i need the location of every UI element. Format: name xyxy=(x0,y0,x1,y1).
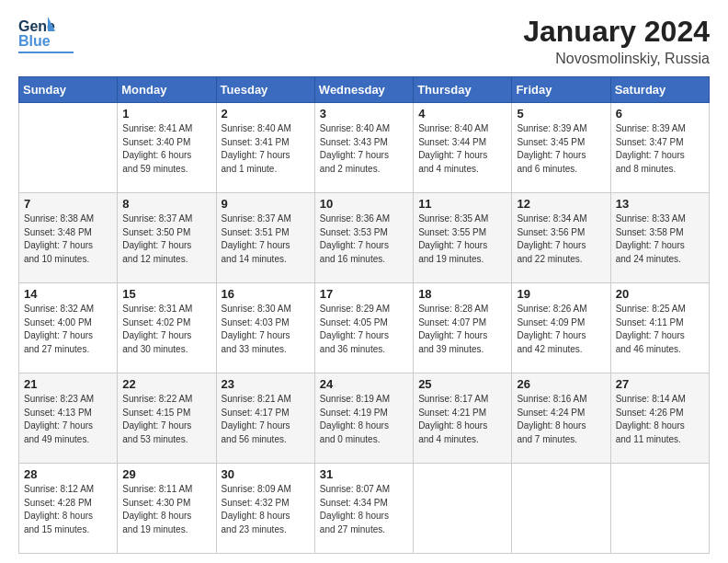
calendar-cell: 19Sunrise: 8:26 AM Sunset: 4:09 PM Dayli… xyxy=(512,283,610,373)
calendar-cell: 11Sunrise: 8:35 AM Sunset: 3:55 PM Dayli… xyxy=(414,193,512,283)
calendar-week-1: 1Sunrise: 8:41 AM Sunset: 3:40 PM Daylig… xyxy=(19,103,710,193)
day-number: 19 xyxy=(517,287,605,301)
day-info: Sunrise: 8:37 AM Sunset: 3:51 PM Dayligh… xyxy=(222,213,310,266)
calendar-cell: 6Sunrise: 8:39 AM Sunset: 3:47 PM Daylig… xyxy=(610,103,709,193)
weekday-header-tuesday: Tuesday xyxy=(216,77,314,103)
calendar-cell: 3Sunrise: 8:40 AM Sunset: 3:43 PM Daylig… xyxy=(314,103,413,193)
calendar-cell: 27Sunrise: 8:14 AM Sunset: 4:26 PM Dayli… xyxy=(610,373,709,464)
calendar-cell xyxy=(19,103,118,193)
svg-text:Blue: Blue xyxy=(18,33,51,49)
calendar-week-2: 7Sunrise: 8:38 AM Sunset: 3:48 PM Daylig… xyxy=(19,193,710,283)
day-number: 9 xyxy=(222,197,310,211)
calendar-cell: 15Sunrise: 8:31 AM Sunset: 4:02 PM Dayli… xyxy=(118,283,216,373)
day-number: 16 xyxy=(222,287,310,301)
day-info: Sunrise: 8:11 AM Sunset: 4:30 PM Dayligh… xyxy=(122,483,210,536)
day-number: 14 xyxy=(24,287,112,301)
day-number: 17 xyxy=(320,287,408,301)
header: General Blue January 2024 Novosmolinskiy… xyxy=(18,15,710,67)
day-number: 21 xyxy=(24,377,112,391)
day-info: Sunrise: 8:16 AM Sunset: 4:24 PM Dayligh… xyxy=(517,393,605,446)
day-info: Sunrise: 8:17 AM Sunset: 4:21 PM Dayligh… xyxy=(418,393,506,446)
calendar-cell: 28Sunrise: 8:12 AM Sunset: 4:28 PM Dayli… xyxy=(19,464,118,554)
calendar-cell: 24Sunrise: 8:19 AM Sunset: 4:19 PM Dayli… xyxy=(314,373,413,464)
day-info: Sunrise: 8:34 AM Sunset: 3:56 PM Dayligh… xyxy=(517,213,605,266)
day-info: Sunrise: 8:39 AM Sunset: 3:45 PM Dayligh… xyxy=(517,122,605,176)
day-info: Sunrise: 8:29 AM Sunset: 4:05 PM Dayligh… xyxy=(320,303,408,356)
day-info: Sunrise: 8:38 AM Sunset: 3:48 PM Dayligh… xyxy=(24,213,112,266)
day-number: 27 xyxy=(616,377,704,391)
calendar-cell: 22Sunrise: 8:22 AM Sunset: 4:15 PM Dayli… xyxy=(118,373,216,464)
main-title: January 2024 xyxy=(523,15,710,49)
calendar-cell: 20Sunrise: 8:25 AM Sunset: 4:11 PM Dayli… xyxy=(610,283,709,373)
day-info: Sunrise: 8:30 AM Sunset: 4:03 PM Dayligh… xyxy=(222,303,310,356)
weekday-header-friday: Friday xyxy=(512,77,610,103)
calendar-week-3: 14Sunrise: 8:32 AM Sunset: 4:00 PM Dayli… xyxy=(19,283,710,373)
day-info: Sunrise: 8:31 AM Sunset: 4:02 PM Dayligh… xyxy=(122,303,210,356)
day-number: 15 xyxy=(122,287,210,301)
day-info: Sunrise: 8:40 AM Sunset: 3:41 PM Dayligh… xyxy=(222,122,310,176)
calendar-cell: 12Sunrise: 8:34 AM Sunset: 3:56 PM Dayli… xyxy=(512,193,610,283)
title-block: January 2024 Novosmolinskiy, Russia xyxy=(523,15,710,67)
calendar-cell: 14Sunrise: 8:32 AM Sunset: 4:00 PM Dayli… xyxy=(19,283,118,373)
calendar-cell: 31Sunrise: 8:07 AM Sunset: 4:34 PM Dayli… xyxy=(314,464,413,554)
calendar-cell: 21Sunrise: 8:23 AM Sunset: 4:13 PM Dayli… xyxy=(19,373,118,464)
day-info: Sunrise: 8:28 AM Sunset: 4:07 PM Dayligh… xyxy=(418,303,506,356)
calendar-cell xyxy=(610,464,709,554)
day-info: Sunrise: 8:35 AM Sunset: 3:55 PM Dayligh… xyxy=(418,213,506,266)
calendar-cell: 13Sunrise: 8:33 AM Sunset: 3:58 PM Dayli… xyxy=(610,193,709,283)
day-info: Sunrise: 8:40 AM Sunset: 3:44 PM Dayligh… xyxy=(418,122,506,176)
day-number: 23 xyxy=(222,377,310,391)
day-number: 26 xyxy=(517,377,605,391)
day-info: Sunrise: 8:23 AM Sunset: 4:13 PM Dayligh… xyxy=(24,393,112,446)
calendar-cell: 29Sunrise: 8:11 AM Sunset: 4:30 PM Dayli… xyxy=(118,464,216,554)
calendar-cell: 4Sunrise: 8:40 AM Sunset: 3:44 PM Daylig… xyxy=(414,103,512,193)
calendar-cell: 5Sunrise: 8:39 AM Sunset: 3:45 PM Daylig… xyxy=(512,103,610,193)
day-number: 29 xyxy=(122,467,210,481)
day-info: Sunrise: 8:33 AM Sunset: 3:58 PM Dayligh… xyxy=(616,213,704,266)
day-number: 7 xyxy=(24,197,112,211)
day-info: Sunrise: 8:40 AM Sunset: 3:43 PM Dayligh… xyxy=(320,122,408,176)
day-info: Sunrise: 8:21 AM Sunset: 4:17 PM Dayligh… xyxy=(222,393,310,446)
calendar-cell xyxy=(512,464,610,554)
day-number: 30 xyxy=(222,467,310,481)
day-number: 1 xyxy=(122,107,210,121)
weekday-header-monday: Monday xyxy=(118,77,216,103)
calendar-table: SundayMondayTuesdayWednesdayThursdayFrid… xyxy=(18,76,710,554)
calendar-cell: 18Sunrise: 8:28 AM Sunset: 4:07 PM Dayli… xyxy=(414,283,512,373)
day-number: 13 xyxy=(616,197,704,211)
day-info: Sunrise: 8:22 AM Sunset: 4:15 PM Dayligh… xyxy=(122,393,210,446)
weekday-header-sunday: Sunday xyxy=(19,77,118,103)
day-info: Sunrise: 8:36 AM Sunset: 3:53 PM Dayligh… xyxy=(320,213,408,266)
calendar-cell: 25Sunrise: 8:17 AM Sunset: 4:21 PM Dayli… xyxy=(414,373,512,464)
day-number: 11 xyxy=(418,197,506,211)
calendar-cell: 23Sunrise: 8:21 AM Sunset: 4:17 PM Dayli… xyxy=(216,373,314,464)
day-number: 22 xyxy=(122,377,210,391)
day-number: 24 xyxy=(320,377,408,391)
calendar-cell: 1Sunrise: 8:41 AM Sunset: 3:40 PM Daylig… xyxy=(118,103,216,193)
day-number: 10 xyxy=(320,197,408,211)
weekday-header-wednesday: Wednesday xyxy=(314,77,413,103)
day-number: 28 xyxy=(24,467,112,481)
logo: General Blue xyxy=(18,15,74,53)
day-info: Sunrise: 8:39 AM Sunset: 3:47 PM Dayligh… xyxy=(616,122,704,176)
day-number: 18 xyxy=(418,287,506,301)
logo-underline xyxy=(18,52,74,53)
day-info: Sunrise: 8:12 AM Sunset: 4:28 PM Dayligh… xyxy=(24,483,112,536)
day-info: Sunrise: 8:19 AM Sunset: 4:19 PM Dayligh… xyxy=(320,393,408,446)
day-info: Sunrise: 8:41 AM Sunset: 3:40 PM Dayligh… xyxy=(122,122,210,176)
logo-icon: General Blue xyxy=(18,15,55,50)
calendar-cell: 9Sunrise: 8:37 AM Sunset: 3:51 PM Daylig… xyxy=(216,193,314,283)
weekday-header-thursday: Thursday xyxy=(414,77,512,103)
day-info: Sunrise: 8:14 AM Sunset: 4:26 PM Dayligh… xyxy=(616,393,704,446)
day-info: Sunrise: 8:32 AM Sunset: 4:00 PM Dayligh… xyxy=(24,303,112,356)
day-number: 8 xyxy=(122,197,210,211)
calendar-cell: 17Sunrise: 8:29 AM Sunset: 4:05 PM Dayli… xyxy=(314,283,413,373)
calendar-cell: 2Sunrise: 8:40 AM Sunset: 3:41 PM Daylig… xyxy=(216,103,314,193)
day-info: Sunrise: 8:37 AM Sunset: 3:50 PM Dayligh… xyxy=(122,213,210,266)
calendar-week-4: 21Sunrise: 8:23 AM Sunset: 4:13 PM Dayli… xyxy=(19,373,710,464)
day-number: 31 xyxy=(320,467,408,481)
day-number: 6 xyxy=(616,107,704,121)
day-info: Sunrise: 8:25 AM Sunset: 4:11 PM Dayligh… xyxy=(616,303,704,356)
weekday-header-saturday: Saturday xyxy=(610,77,709,103)
day-number: 25 xyxy=(418,377,506,391)
